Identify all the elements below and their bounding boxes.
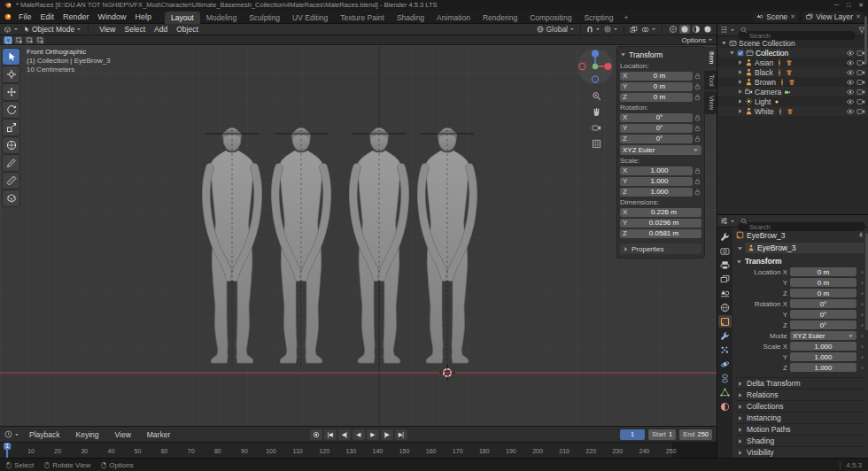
lock-icon[interactable] xyxy=(694,189,701,196)
field-scale--y[interactable]: Y1.000 xyxy=(620,177,693,187)
outliner-row-collection[interactable]: Collection xyxy=(717,48,868,58)
tool-move[interactable] xyxy=(3,84,19,100)
properties-tab-constraints[interactable] xyxy=(718,372,732,384)
visibility-eye-icon[interactable] xyxy=(846,97,855,106)
lock-icon[interactable] xyxy=(694,125,701,132)
tool-rotate[interactable] xyxy=(3,102,19,118)
navigation-gizmo[interactable] xyxy=(576,47,615,86)
rotation-mode-dropdown[interactable]: XYZ Euler xyxy=(620,145,701,155)
properties-tab-physics[interactable] xyxy=(718,358,732,370)
select-subtract-button[interactable] xyxy=(25,36,34,44)
close-button[interactable]: ✕ xyxy=(858,2,864,9)
props-field-y[interactable]: 0° xyxy=(790,310,856,320)
lock-icon[interactable] xyxy=(694,83,701,90)
proportional-editing-icon[interactable] xyxy=(604,26,618,33)
outliner-scrollbar[interactable] xyxy=(864,16,867,65)
app-menu-icon[interactable] xyxy=(4,12,12,21)
outliner-row-camera[interactable]: Camera xyxy=(717,87,868,97)
current-frame-field[interactable]: 1 xyxy=(620,429,645,440)
props-field-y[interactable]: 1.000 xyxy=(790,352,856,362)
jump-end-button[interactable]: ▶| xyxy=(395,429,407,440)
male-figure-2[interactable] xyxy=(275,128,327,364)
pan-icon[interactable] xyxy=(592,107,601,117)
props-field-location-x[interactable]: 0 m xyxy=(790,267,856,277)
properties-search[interactable] xyxy=(738,217,865,226)
field-dimensions--z[interactable]: Z0.0581 m xyxy=(620,229,701,239)
animate-decorator[interactable] xyxy=(859,367,864,369)
properties-editor-button[interactable] xyxy=(720,217,735,225)
outliner-row-brown[interactable]: Brown xyxy=(717,77,868,87)
visibility-eye-icon[interactable] xyxy=(846,88,855,97)
menu-edit[interactable]: Edit xyxy=(36,12,59,22)
timeline-ruler[interactable]: 1102030405060708090100110120130140150160… xyxy=(0,442,717,458)
add-workspace-button[interactable]: + xyxy=(619,12,632,24)
workspace-tab-layout[interactable]: Layout xyxy=(165,12,200,24)
field-scale--x[interactable]: X1.000 xyxy=(620,166,693,176)
visibility-eye-icon[interactable] xyxy=(846,49,855,58)
npanel-tab-view[interactable]: View xyxy=(704,91,717,114)
expand-icon[interactable] xyxy=(736,108,743,114)
maximize-button[interactable]: □ xyxy=(847,2,850,9)
workspace-tab-shading[interactable]: Shading xyxy=(391,12,430,24)
field-location--y[interactable]: Y0 m xyxy=(620,82,693,92)
animate-decorator[interactable] xyxy=(859,335,864,337)
properties-tab-output[interactable] xyxy=(718,259,732,271)
workspace-tab-texture-paint[interactable]: Texture Paint xyxy=(334,12,391,24)
collapse-icon[interactable] xyxy=(736,245,743,251)
render-visibility-icon[interactable] xyxy=(856,78,865,87)
tool-select-box[interactable] xyxy=(3,49,19,65)
workspace-tab-animation[interactable]: Animation xyxy=(430,12,477,24)
field-rotation--y[interactable]: Y0° xyxy=(620,124,693,134)
expand-icon[interactable] xyxy=(736,79,743,85)
tool-transform[interactable] xyxy=(3,137,19,153)
auto-keying-toggle[interactable] xyxy=(310,429,322,440)
select-set-button[interactable] xyxy=(4,36,12,44)
properties-tab-modifiers[interactable] xyxy=(718,329,732,342)
menu-help[interactable]: Help xyxy=(131,12,157,22)
animate-decorator[interactable] xyxy=(859,356,864,359)
props-section-delta-transform[interactable]: Delta Transform xyxy=(736,377,864,389)
lock-icon[interactable] xyxy=(694,73,701,80)
lock-icon[interactable] xyxy=(694,135,701,143)
workspace-tab-modeling[interactable]: Modeling xyxy=(200,12,244,24)
properties-tab-view-layer[interactable] xyxy=(718,273,732,285)
jump-start-button[interactable]: |◀ xyxy=(324,429,337,440)
properties-section-header[interactable]: Properties xyxy=(620,243,701,254)
axis-y[interactable] xyxy=(593,64,598,69)
menu-window[interactable]: Window xyxy=(94,12,131,22)
field-dimensions--y[interactable]: Y0.0296 m xyxy=(620,219,701,228)
outliner-editor-button[interactable] xyxy=(720,26,735,34)
viewport-menu-view[interactable]: View xyxy=(95,24,120,35)
field-dimensions--x[interactable]: X0.226 m xyxy=(620,208,701,218)
view-layer-selector[interactable]: View Layer ✕ xyxy=(802,12,864,22)
viewport-menu-select[interactable]: Select xyxy=(120,24,150,35)
animate-decorator[interactable] xyxy=(859,292,864,295)
visibility-eye-icon[interactable] xyxy=(846,78,855,87)
render-visibility-icon[interactable] xyxy=(856,97,865,106)
viewport-menu-object[interactable]: Object xyxy=(172,24,203,35)
workspace-tab-compositing[interactable]: Compositing xyxy=(523,12,577,24)
animate-decorator[interactable] xyxy=(859,303,864,305)
npanel-tab-item[interactable]: Item xyxy=(704,47,717,69)
animate-decorator[interactable] xyxy=(859,271,864,274)
menu-render[interactable]: Render xyxy=(58,12,94,22)
tool-cursor[interactable] xyxy=(3,66,19,82)
axis-z-negative[interactable] xyxy=(592,76,598,82)
shading-rendered-icon[interactable] xyxy=(702,25,713,34)
expand-icon[interactable] xyxy=(736,59,743,66)
props-field-mode[interactable]: XYZ Euler xyxy=(790,331,856,341)
props-section-shading[interactable]: Shading xyxy=(736,435,864,446)
pin-icon[interactable] xyxy=(857,232,864,239)
options-dropdown[interactable]: Options xyxy=(681,36,713,44)
collection-checkbox[interactable] xyxy=(737,50,744,57)
prev-keyframe-button[interactable]: ◀| xyxy=(338,429,351,440)
tool-annotate[interactable] xyxy=(3,155,19,171)
props-section-collections[interactable]: Collections xyxy=(736,400,864,412)
snap-magnet-icon[interactable] xyxy=(586,26,601,33)
mode-dropdown[interactable]: Object Mode xyxy=(23,25,81,34)
lock-icon[interactable] xyxy=(694,178,701,185)
editor-type-button[interactable] xyxy=(4,26,19,34)
frame-start-field[interactable]: Start 1 xyxy=(648,429,676,440)
camera-icon[interactable] xyxy=(592,123,601,133)
visibility-eye-icon[interactable] xyxy=(846,68,855,77)
